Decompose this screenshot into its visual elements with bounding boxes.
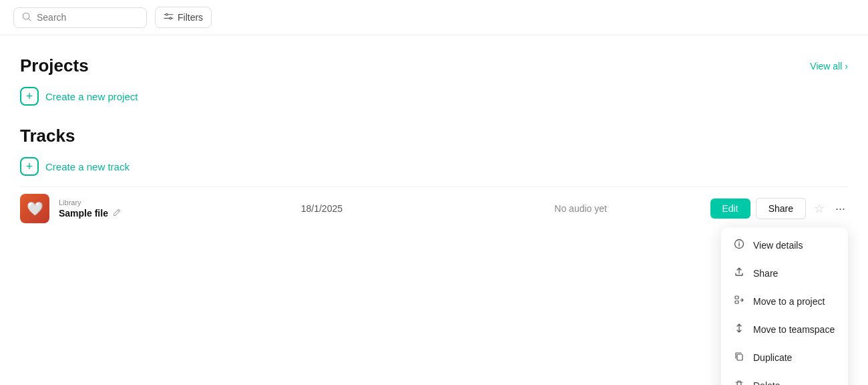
svg-line-1 — [29, 18, 31, 21]
track-name-text: Sample file — [59, 208, 108, 219]
top-bar: Filters — [0, 0, 868, 35]
track-edit-button[interactable]: Edit — [710, 199, 750, 219]
track-row: 🤍 Library Sample file 18/1/2025 No audio… — [20, 186, 848, 230]
track-library-label: Library — [59, 199, 192, 207]
dropdown-view-details-label: View details — [753, 240, 803, 251]
track-audio-status: No audio yet — [451, 203, 710, 214]
tracks-section: Tracks + Create a new track 🤍 Library Sa… — [20, 126, 848, 230]
dropdown-move-teamspace-label: Move to teamspace — [753, 324, 835, 335]
delete-icon — [733, 379, 745, 385]
create-project-button[interactable]: + Create a new project — [20, 87, 138, 106]
search-icon — [22, 12, 31, 23]
filters-label: Filters — [178, 12, 203, 23]
track-date: 18/1/2025 — [192, 203, 451, 214]
main-content: Projects View all › + Create a new proje… — [0, 35, 868, 243]
duplicate-icon — [733, 351, 745, 364]
view-all-link[interactable]: View all › — [810, 61, 848, 72]
svg-rect-13 — [737, 354, 742, 360]
track-thumbnail: 🤍 — [20, 194, 49, 223]
search-box — [13, 7, 147, 28]
share-icon — [733, 267, 745, 280]
dropdown-duplicate-label: Duplicate — [753, 352, 792, 363]
dropdown-item-move-teamspace[interactable]: Move to teamspace — [721, 315, 848, 344]
dropdown-item-duplicate[interactable]: Duplicate — [721, 344, 848, 372]
dropdown-item-share[interactable]: Share — [721, 259, 848, 287]
move-project-icon — [733, 295, 745, 308]
dropdown-delete-label: Delete — [753, 380, 780, 385]
tracks-section-header: Tracks — [20, 126, 848, 146]
info-icon — [733, 239, 745, 252]
dropdown-share-label: Share — [753, 268, 778, 279]
track-star-button[interactable]: ☆ — [811, 199, 827, 219]
dropdown-item-view-details[interactable]: View details — [721, 231, 848, 259]
dropdown-menu: View details Share — [721, 227, 848, 385]
svg-rect-12 — [735, 301, 738, 303]
create-track-button[interactable]: + Create a new track — [20, 157, 130, 176]
chevron-right-icon: › — [845, 61, 848, 72]
track-actions: Edit Share ☆ ··· — [710, 198, 849, 219]
projects-title: Projects — [20, 55, 89, 76]
dropdown-item-delete[interactable]: Delete — [721, 372, 848, 385]
track-thumb-heart-icon: 🤍 — [20, 194, 49, 223]
create-track-label: Create a new track — [45, 161, 130, 172]
svg-point-10 — [738, 241, 740, 243]
dropdown-move-project-label: Move to a project — [753, 296, 825, 307]
svg-rect-11 — [735, 296, 738, 299]
track-info: Library Sample file — [59, 199, 192, 219]
search-input[interactable] — [37, 12, 138, 23]
tracks-title: Tracks — [20, 126, 75, 146]
create-project-label: Create a new project — [45, 91, 138, 102]
projects-section-header: Projects View all › — [20, 55, 848, 76]
track-more-button[interactable]: ··· — [833, 199, 848, 219]
filters-icon — [164, 11, 174, 23]
view-all-label: View all — [810, 61, 842, 72]
filters-button[interactable]: Filters — [155, 7, 212, 28]
plus-circle-icon: + — [20, 87, 39, 106]
plus-circle-track-icon: + — [20, 157, 39, 176]
track-share-button[interactable]: Share — [756, 198, 806, 219]
move-teamspace-icon — [733, 323, 745, 336]
track-edit-inline-icon — [112, 208, 122, 219]
track-name: Sample file — [59, 208, 192, 219]
dropdown-item-move-project[interactable]: Move to a project — [721, 287, 848, 315]
